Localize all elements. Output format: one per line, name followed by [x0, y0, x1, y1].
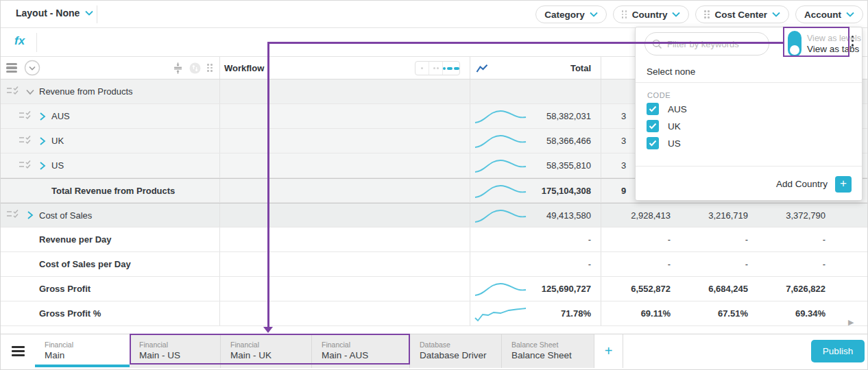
value-cell[interactable]: 67.51%	[679, 301, 756, 325]
value-cell[interactable]: -	[756, 227, 834, 251]
dimension-pill-account[interactable]: Account	[795, 5, 863, 23]
checkbox-checked-icon[interactable]	[647, 103, 659, 115]
row-label-cell[interactable]: Revenue per Day	[1, 227, 220, 251]
value-cell[interactable]: 3,372,790	[756, 204, 834, 227]
row-menu-icon[interactable]	[6, 63, 17, 73]
value-cell[interactable]: 2,928,413	[601, 204, 679, 227]
table-row[interactable]: Cost of Sales49,413,5802,928,4133,216,71…	[1, 203, 868, 227]
add-country-button[interactable]: +	[835, 176, 852, 193]
sparkline-density-selector[interactable]	[415, 61, 460, 75]
checkbox-checked-icon[interactable]	[647, 137, 659, 149]
country-checkbox-us[interactable]: US	[647, 137, 687, 149]
sheet-tab-main[interactable]: FinancialMain	[35, 334, 130, 368]
dimension-pill-category[interactable]: Category	[535, 5, 607, 23]
density-option-1[interactable]	[415, 62, 429, 75]
total-cell[interactable]: 71.78%	[470, 301, 601, 325]
value-cell[interactable]: 6,684,245	[679, 277, 756, 301]
total-cell[interactable]: -	[470, 252, 601, 276]
checkbox-checked-icon[interactable]	[647, 120, 659, 132]
drag-handle-icon[interactable]	[207, 64, 213, 72]
value-cell[interactable]: -	[679, 227, 756, 251]
workflow-cell[interactable]	[220, 179, 470, 202]
chevron-down-icon[interactable]	[590, 12, 598, 17]
table-row[interactable]: Gross Profit %71.78%69.11%67.51%69.34%	[1, 301, 868, 326]
sheet-menu-icon[interactable]	[1, 334, 35, 368]
row-label-cell[interactable]: Total Revenue from Products	[1, 179, 220, 202]
chevron-down-icon[interactable]	[846, 12, 854, 17]
total-cell[interactable]: 125,690,727	[470, 277, 601, 301]
total-cell[interactable]	[470, 79, 601, 103]
workflow-column-header[interactable]: Workflow	[220, 57, 470, 79]
scroll-right-icon[interactable]: ▶	[848, 318, 854, 327]
row-label-cell[interactable]: UK	[1, 129, 220, 153]
row-label-cell[interactable]: Revenue from Products	[1, 79, 220, 103]
row-expand-chevron-icon[interactable]	[25, 210, 35, 220]
value-cell[interactable]: 69.34%	[756, 301, 834, 325]
workflow-cell[interactable]	[220, 301, 470, 325]
total-cell[interactable]: 58,366,466	[470, 129, 601, 153]
dimension-pill-cost-center[interactable]: Cost Center	[695, 5, 789, 23]
sheet-tab-main-aus[interactable]: FinancialMain - AUS	[312, 334, 410, 368]
row-label-cell[interactable]: Cost of Sales	[1, 204, 220, 227]
chevron-down-icon[interactable]	[772, 12, 780, 17]
workflow-cell[interactable]	[220, 104, 470, 128]
layout-selector[interactable]: Layout - None	[16, 8, 93, 18]
value-cell[interactable]: -	[756, 252, 834, 276]
value-cell[interactable]: -	[679, 252, 756, 276]
sheet-tab-balance-sheet[interactable]: Balance SheetBalance Sheet	[502, 334, 594, 368]
total-cell[interactable]: 175,104,308	[470, 179, 601, 202]
density-option-2[interactable]	[429, 62, 443, 75]
total-cell[interactable]: -	[470, 227, 601, 251]
country-checkbox-aus[interactable]: AUS	[647, 103, 687, 115]
value-cell[interactable]: 6,552,872	[601, 277, 679, 301]
table-row[interactable]: Cost of Sales per Day----	[1, 252, 868, 277]
workflow-cell[interactable]	[220, 227, 470, 251]
total-column-header[interactable]: Total	[470, 57, 601, 79]
row-expand-chevron-icon[interactable]	[38, 161, 47, 171]
workflow-cell[interactable]	[220, 277, 470, 301]
workflow-cell[interactable]	[220, 204, 470, 227]
collapse-rows-icon[interactable]	[173, 62, 183, 74]
table-row[interactable]: Revenue per Day----	[1, 227, 868, 252]
sheet-tab-main-us[interactable]: FinancialMain - US	[130, 334, 221, 368]
country-checkbox-uk[interactable]: UK	[647, 120, 687, 132]
value-cell[interactable]: 3,216,719	[679, 204, 756, 227]
total-cell[interactable]: 58,382,031	[470, 104, 601, 128]
value-cell[interactable]: 7,626,822	[756, 277, 834, 301]
row-label-cell[interactable]: US	[1, 153, 220, 177]
row-label-cell[interactable]: AUS	[1, 104, 220, 128]
view-mode-toggle[interactable]: View as levels View as tabs	[788, 31, 861, 57]
select-none-button[interactable]: Select none	[636, 60, 862, 83]
expand-all-icon[interactable]	[24, 60, 40, 76]
table-row[interactable]: Gross Profit125,690,7276,552,8726,684,24…	[1, 277, 868, 301]
add-sheet-button[interactable]: +	[594, 334, 623, 368]
density-option-3-selected[interactable]	[443, 62, 459, 75]
drag-handle-icon[interactable]	[704, 10, 710, 18]
workflow-cell[interactable]	[220, 129, 470, 153]
row-label-cell[interactable]: Gross Profit	[1, 277, 220, 301]
filter-search[interactable]	[644, 32, 769, 56]
sheet-tabs: FinancialMainFinancialMain - USFinancial…	[35, 334, 594, 368]
chevron-down-icon[interactable]	[672, 12, 680, 17]
publish-button[interactable]: Publish	[811, 340, 865, 362]
drag-handle-icon[interactable]	[622, 10, 627, 18]
row-collapse-chevron-icon[interactable]	[25, 87, 35, 97]
workflow-cell[interactable]	[220, 252, 470, 276]
row-expand-chevron-icon[interactable]	[38, 112, 47, 121]
total-cell[interactable]: 58,355,810	[470, 153, 601, 177]
panel-more-menu-icon[interactable]	[852, 36, 854, 47]
sheet-tab-main-uk[interactable]: FinancialMain - UK	[221, 334, 312, 368]
row-label-cell[interactable]: Gross Profit %	[1, 301, 220, 325]
value-cell[interactable]: -	[601, 252, 679, 276]
row-expand-chevron-icon[interactable]	[38, 136, 47, 146]
dimension-pill-country[interactable]: Country	[613, 5, 690, 23]
workflow-cell[interactable]	[220, 79, 470, 103]
workflow-cell[interactable]	[220, 153, 470, 177]
view-mode-switch[interactable]	[788, 31, 801, 57]
value-cell[interactable]: 69.11%	[601, 301, 679, 325]
filter-search-input[interactable]	[667, 39, 756, 49]
value-cell[interactable]: -	[601, 227, 679, 251]
row-label-cell[interactable]: Cost of Sales per Day	[1, 252, 220, 276]
total-cell[interactable]: 49,413,580	[470, 204, 601, 227]
sheet-tab-database-driver[interactable]: DatabaseDatabase Driver	[410, 334, 502, 368]
